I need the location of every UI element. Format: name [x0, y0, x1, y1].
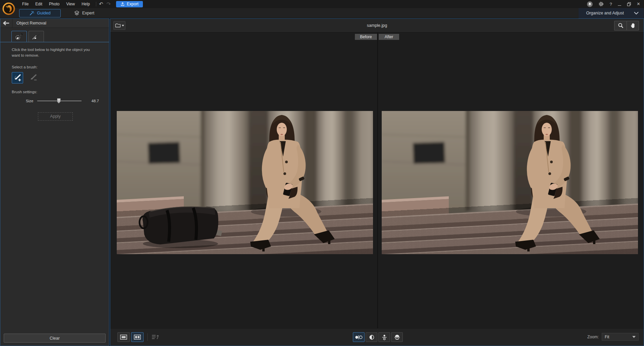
brush-settings-label: Brush settings:: [12, 90, 99, 94]
close-button[interactable]: ×: [637, 1, 640, 7]
tab-line-brush[interactable]: [29, 31, 44, 42]
top-bottom-icon: [382, 334, 387, 340]
line-brush-icon: [32, 33, 41, 40]
selection-brush-icon: [15, 33, 23, 40]
compare-mode-group: [353, 332, 403, 342]
instruction-text: Click the tool below to highlight the ob…: [12, 47, 91, 59]
stack-arrow-icon: [151, 334, 160, 341]
settings-gear-icon[interactable]: [598, 1, 604, 7]
open-file-button[interactable]: [113, 21, 125, 30]
canvas-top-bar: sample.jpg: [110, 19, 644, 33]
pane-divider: [377, 33, 378, 328]
bottombar-separator: [147, 333, 148, 341]
back-arrow-icon: [3, 21, 10, 25]
split-horizontal-icon: [394, 335, 400, 340]
apply-button[interactable]: Apply: [38, 112, 73, 121]
size-slider-thumb[interactable]: [57, 98, 61, 104]
chevron-down-icon: [634, 12, 639, 15]
export-label: Export: [127, 2, 139, 6]
panel-spacer: [0, 121, 109, 331]
minimize-button[interactable]: [618, 5, 621, 6]
zoom-select[interactable]: Fit: [602, 333, 639, 341]
menu-edit[interactable]: Edit: [32, 1, 46, 7]
tab-select-brush[interactable]: [11, 31, 27, 42]
menu-file[interactable]: File: [19, 1, 32, 7]
compare-top-bottom-button[interactable]: [378, 332, 390, 342]
canvas-area: sample.jpg Before After: [110, 18, 644, 346]
auto-actions-button: [151, 333, 162, 342]
guided-label: Guided: [37, 11, 50, 15]
title-bar: File Edit Photo View Help ↶ ↷ Export ?: [0, 0, 644, 8]
black-bag: [140, 207, 222, 248]
zoom-value: Fit: [605, 335, 609, 339]
zoom-control: Zoom: Fit: [587, 333, 639, 341]
panel-body: Click the tool below to highlight the ob…: [0, 42, 109, 121]
panel-header: Object Removal: [0, 19, 109, 28]
brush-plus-icon: [13, 74, 21, 82]
brush-minus-icon: [29, 74, 37, 82]
photo-illustration: [117, 111, 373, 254]
menu-help[interactable]: Help: [78, 1, 93, 7]
hand-icon: [630, 23, 636, 28]
object-removal-panel: Object Removal Click the tool b: [0, 18, 109, 346]
tab-expert[interactable]: Expert: [74, 9, 94, 17]
after-label[interactable]: After: [379, 34, 399, 40]
notifications-button[interactable]: [587, 1, 593, 7]
mode-selector-label: Organize and Adjust: [586, 11, 624, 15]
layers-icon: [74, 10, 79, 16]
zoom-caret-icon: [632, 336, 636, 338]
maximize-button[interactable]: [627, 2, 631, 6]
filename-label: sample.jpg: [110, 23, 644, 28]
after-image[interactable]: [382, 111, 638, 254]
tab-guided[interactable]: Guided: [19, 9, 61, 17]
back-button[interactable]: [0, 19, 12, 28]
size-slider-row: Size 48.7: [12, 98, 99, 104]
bell-icon: [588, 2, 592, 6]
before-label[interactable]: Before: [355, 34, 377, 40]
dual-view-button[interactable]: [131, 332, 144, 342]
size-label: Size: [26, 99, 33, 103]
dual-view-icon: [134, 335, 141, 340]
compare-split-vertical-button[interactable]: [366, 332, 377, 342]
before-image[interactable]: [117, 111, 373, 254]
panel-title: Object Removal: [12, 21, 46, 25]
add-brush-button[interactable]: [12, 72, 23, 83]
export-button[interactable]: Export: [116, 1, 143, 7]
canvas-bottom-bar: Zoom: Fit: [110, 328, 644, 346]
mode-selector-organize-and-adjust[interactable]: Organize and Adjust: [579, 8, 644, 18]
undo-icon[interactable]: ↶: [99, 1, 103, 7]
workspace-bar: Guided Expert Organize and Adjust: [0, 8, 644, 18]
main-area: Object Removal Click the tool b: [0, 18, 644, 346]
compare-side-by-side-button[interactable]: [353, 332, 365, 342]
menu-view[interactable]: View: [63, 1, 78, 7]
clear-button[interactable]: Clear: [4, 334, 106, 343]
side-by-side-icon: [355, 335, 363, 340]
app-logo-icon: [2, 2, 15, 15]
redo-icon: ↷: [106, 1, 111, 7]
compare-split-horizontal-button[interactable]: [391, 332, 403, 342]
split-vertical-icon: [369, 335, 374, 340]
magic-wand-icon: [29, 11, 34, 16]
pan-tool-button[interactable]: [627, 21, 639, 31]
help-button[interactable]: ?: [609, 2, 612, 7]
remove-brush-button: [28, 72, 39, 83]
dropdown-caret-icon: [122, 25, 124, 26]
upload-icon: [120, 2, 125, 6]
single-view-button[interactable]: [117, 332, 130, 342]
single-view-icon: [120, 335, 127, 340]
magnifier-icon: [618, 23, 624, 28]
zoom-tool-button[interactable]: [614, 21, 627, 31]
brush-mode-tabs: [0, 28, 109, 42]
size-value: 48.7: [92, 99, 99, 103]
size-slider[interactable]: [37, 98, 82, 104]
folder-icon: [115, 23, 121, 28]
zoom-label: Zoom:: [587, 335, 599, 339]
select-brush-label: Select a brush:: [12, 65, 99, 69]
photo-illustration: [382, 111, 638, 254]
expert-label: Expert: [82, 11, 94, 15]
toolbar-separator: [96, 2, 96, 6]
menu-photo[interactable]: Photo: [46, 1, 63, 7]
